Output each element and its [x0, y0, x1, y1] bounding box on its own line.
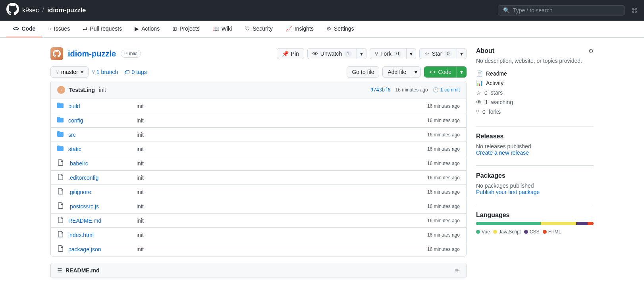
- file-commit-message: init: [137, 232, 422, 238]
- file-commit-message: init: [137, 189, 422, 195]
- gear-icon[interactable]: ⚙: [588, 48, 594, 54]
- branch-count: 1: [96, 69, 100, 75]
- readme-link[interactable]: 📄 Readme: [476, 69, 594, 78]
- wiki-icon: 📖: [212, 25, 219, 32]
- lang-item: Vue: [476, 229, 490, 235]
- insights-icon: 📈: [285, 25, 292, 32]
- forks-icon: ⑂: [476, 109, 479, 115]
- add-file-dropdown[interactable]: ▾: [411, 66, 421, 78]
- activity-link[interactable]: 📊 Activity: [476, 78, 594, 88]
- tab-insights-label: Insights: [295, 25, 314, 32]
- unwatch-button-group: 👁 Unwatch 1 ▾: [307, 48, 366, 59]
- packages-title: Packages: [476, 172, 594, 179]
- repo-link[interactable]: idiom-puzzle: [47, 7, 86, 14]
- commits-label: commit: [444, 87, 460, 93]
- tab-settings[interactable]: ⚙ Settings: [320, 21, 361, 37]
- header-search-box[interactable]: 🔍 Type / to search: [498, 5, 625, 16]
- file-commit-message: init: [137, 175, 422, 181]
- file-name-link[interactable]: index.html: [68, 232, 132, 238]
- about-description: No description, website, or topics provi…: [476, 58, 594, 64]
- lang-name: CSS: [530, 229, 540, 235]
- file-icon: [57, 202, 64, 210]
- file-time: 16 minutes ago: [427, 161, 460, 166]
- file-name-link[interactable]: package.json: [68, 246, 132, 252]
- code-button[interactable]: <> Code: [424, 66, 457, 78]
- github-logo-icon[interactable]: [6, 3, 19, 18]
- file-name-link[interactable]: static: [68, 146, 132, 152]
- tab-code-label: Code: [21, 25, 35, 32]
- watching-link[interactable]: 👁 1 watching: [476, 97, 594, 107]
- publish-package-link[interactable]: Publish your first package: [476, 189, 540, 195]
- fork-button[interactable]: ⑂ Fork 0: [370, 48, 406, 59]
- file-name-link[interactable]: build: [68, 103, 132, 109]
- fork-button-group: ⑂ Fork 0 ▾: [370, 48, 416, 59]
- folder-icon: [57, 102, 64, 110]
- languages-title: Languages: [476, 212, 594, 219]
- commit-history-link[interactable]: 🕐 1 commit: [433, 87, 460, 93]
- file-name-link[interactable]: src: [68, 132, 132, 138]
- file-time: 16 minutes ago: [427, 132, 460, 138]
- sidebar: About ⚙ No description, website, or topi…: [476, 47, 594, 278]
- activity-icon: 📊: [476, 80, 483, 86]
- folder-icon: [57, 131, 64, 138]
- file-name-link[interactable]: config: [68, 117, 132, 124]
- readme-icon: 📄: [476, 70, 483, 77]
- stars-link[interactable]: ☆ 0 stars: [476, 88, 594, 97]
- pin-button[interactable]: 📌 Pin: [277, 48, 304, 59]
- fork-icon: ⑂: [375, 50, 378, 57]
- file-table: T TestsLing init 9743bf6 16 minutes ago …: [50, 81, 467, 256]
- file-row: index.html init 16 minutes ago: [51, 228, 466, 242]
- stars-count: 0: [484, 89, 488, 96]
- readme-edit-button[interactable]: ✏: [455, 267, 460, 274]
- packages-section: Packages No packages published Publish y…: [476, 172, 594, 195]
- tab-pull-requests[interactable]: ⇄ Pull requests: [76, 21, 128, 37]
- star-button[interactable]: ☆ Star 0: [419, 48, 457, 59]
- unwatch-button[interactable]: 👁 Unwatch 1: [307, 48, 357, 59]
- create-release-link[interactable]: Create a new release: [476, 150, 529, 156]
- tab-actions[interactable]: ▶ Actions: [128, 21, 166, 37]
- code-button-dropdown[interactable]: ▾: [457, 66, 467, 78]
- branch-selector[interactable]: ⑂ master ▾: [50, 66, 89, 78]
- fork-dropdown[interactable]: ▾: [406, 48, 416, 59]
- go-to-file-button[interactable]: Go to file: [347, 66, 379, 78]
- tab-security[interactable]: 🛡 Security: [238, 21, 279, 37]
- file-name-link[interactable]: .editorconfig: [68, 175, 132, 181]
- tab-security-label: Security: [253, 25, 273, 32]
- tab-insights[interactable]: 📈 Insights: [279, 21, 320, 37]
- commit-author[interactable]: TestsLing: [69, 87, 95, 93]
- tag-count-link[interactable]: 🏷 0 tags: [124, 69, 147, 75]
- visibility-badge: Public: [121, 50, 141, 58]
- tab-wiki-label: Wiki: [222, 25, 232, 32]
- star-button-group: ☆ Star 0 ▾: [419, 48, 467, 59]
- tab-projects[interactable]: ⊞ Projects: [166, 21, 206, 37]
- file-name-link[interactable]: .babelrc: [68, 160, 132, 167]
- tab-wiki[interactable]: 📖 Wiki: [206, 21, 238, 37]
- tab-issues[interactable]: ○ Issues: [42, 21, 76, 37]
- file-icon: [57, 245, 64, 253]
- tab-issues-label: Issues: [54, 25, 70, 32]
- tab-code[interactable]: <> Code: [6, 21, 42, 37]
- add-file-group: Add file ▾: [382, 66, 421, 78]
- lang-vue: [476, 222, 541, 225]
- commit-hash-link[interactable]: 9743bf6: [370, 87, 391, 93]
- forks-link[interactable]: ⑂ 0 forks: [476, 107, 594, 117]
- pr-icon: ⇄: [83, 25, 87, 32]
- file-name-link[interactable]: .postcssrc.js: [68, 203, 132, 210]
- file-name-link[interactable]: README.md: [68, 218, 132, 224]
- unwatch-dropdown[interactable]: ▾: [357, 48, 366, 59]
- star-dropdown[interactable]: ▾: [457, 48, 467, 59]
- tab-actions-label: Actions: [141, 25, 160, 32]
- org-link[interactable]: k9sec: [22, 7, 39, 14]
- terminal-icon[interactable]: ⌘: [631, 7, 638, 14]
- code-button-label: Code: [438, 69, 451, 75]
- watching-count: 1: [485, 99, 488, 105]
- branch-bar: ⑂ master ▾ ⑂ 1 branch 🏷 0 tags Go to fil…: [50, 66, 467, 78]
- file-time: 16 minutes ago: [427, 232, 460, 238]
- branch-count-link[interactable]: ⑂ 1 branch: [92, 69, 118, 75]
- lang-dot-css: [524, 230, 528, 234]
- file-name-link[interactable]: .gitignore: [68, 189, 132, 195]
- add-file-button[interactable]: Add file: [382, 66, 411, 78]
- readme-section: ☰ README.md ✏: [50, 263, 467, 278]
- list-icon: ☰: [57, 267, 62, 274]
- file-commit-message: init: [137, 246, 422, 252]
